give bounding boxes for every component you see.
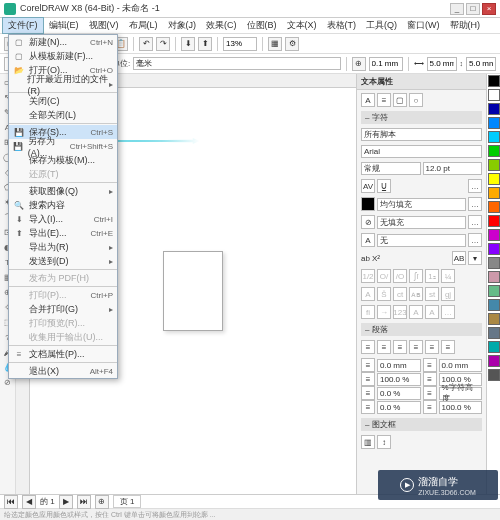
font-select[interactable]: Arial (361, 145, 482, 158)
para-metric-input[interactable]: %字符高度 (439, 387, 483, 400)
opentype-feature[interactable]: 1₂ (425, 269, 439, 283)
color-swatch[interactable] (488, 285, 500, 297)
opentype-feature[interactable]: ct (393, 287, 407, 301)
outline-swatch[interactable]: ⊘ (361, 215, 375, 229)
menu-entry[interactable]: 关闭(C) (9, 94, 117, 108)
fill-type-select[interactable]: 均匀填充 (377, 198, 466, 211)
menu-entry[interactable]: 获取图像(Q)▸ (9, 184, 117, 198)
color-swatch[interactable] (488, 117, 500, 129)
import-icon[interactable]: ⬇ (181, 37, 195, 51)
menu-entry[interactable]: 打开最近用过的文件(R)▸ (9, 77, 117, 91)
color-swatch[interactable] (488, 369, 500, 381)
menu-entry[interactable]: 全部关闭(L) (9, 108, 117, 122)
undo-icon[interactable]: ↶ (139, 37, 153, 51)
color-swatch[interactable] (488, 313, 500, 325)
minimize-button[interactable]: _ (450, 3, 464, 15)
menu-item[interactable]: 编辑(E) (44, 18, 84, 33)
align-full-icon[interactable]: ≡ (409, 340, 423, 354)
color-swatch[interactable] (488, 271, 500, 283)
color-swatch[interactable] (488, 355, 500, 367)
opentype-feature[interactable]: st (425, 287, 439, 301)
section-frame[interactable]: 图文框 (361, 418, 482, 431)
color-swatch[interactable] (488, 159, 500, 171)
export-icon[interactable]: ⬆ (198, 37, 212, 51)
menu-entry[interactable]: ▢从模板新建(F)... (9, 49, 117, 63)
opentype-feature[interactable]: A (425, 305, 439, 319)
opentype-feature[interactable]: A (361, 287, 375, 301)
more-icon[interactable]: … (468, 179, 482, 193)
color-swatch[interactable] (488, 327, 500, 339)
frame-dir-icon[interactable]: ↕ (377, 435, 391, 449)
caps-icon[interactable]: AB (452, 251, 466, 265)
menu-item[interactable]: 工具(Q) (361, 18, 402, 33)
color-swatch[interactable] (488, 229, 500, 241)
page-tab[interactable]: 页 1 (113, 495, 142, 508)
close-button[interactable]: × (482, 3, 496, 15)
opentype-feature[interactable]: A (409, 305, 423, 319)
menu-entry[interactable]: 发送到(D)▸ (9, 254, 117, 268)
outline-more-icon[interactable]: … (468, 215, 482, 229)
menu-entry[interactable]: 合并打印(G)▸ (9, 302, 117, 316)
options-icon[interactable]: ⚙ (285, 37, 299, 51)
align-force-icon[interactable]: ≡ (425, 340, 439, 354)
add-page-icon[interactable]: ⊕ (95, 495, 109, 509)
dup-y-input[interactable] (466, 57, 496, 71)
opentype-feature[interactable]: /O (393, 269, 407, 283)
color-swatch[interactable] (488, 187, 500, 199)
menu-item[interactable]: 位图(B) (242, 18, 282, 33)
menu-entry[interactable]: 退出(X)Alt+F4 (9, 364, 117, 378)
menu-item[interactable]: 效果(C) (201, 18, 242, 33)
outline-type-select[interactable]: 无填充 (377, 216, 466, 229)
script-select[interactable]: 所有脚本 (361, 128, 482, 141)
char-tab-icon[interactable]: A (361, 93, 375, 107)
color-swatch[interactable] (488, 201, 500, 213)
prev-page-icon[interactable]: ◀ (22, 495, 36, 509)
section-character[interactable]: 字符 (361, 111, 482, 124)
dup-x-input[interactable] (427, 57, 457, 71)
kerning-icon[interactable]: AV (361, 179, 375, 193)
opentype-feature[interactable]: ¼ (441, 269, 455, 283)
para-metric-input[interactable]: 100.0 % (377, 373, 421, 386)
opentype-feature[interactable]: ʃſ (409, 269, 423, 283)
menu-entry[interactable]: ⬆导出(E)...Ctrl+E (9, 226, 117, 240)
color-swatch[interactable] (488, 257, 500, 269)
menu-entry[interactable]: ▢新建(N)...Ctrl+N (9, 35, 117, 49)
color-swatch[interactable] (488, 243, 500, 255)
underline-icon[interactable]: U̲ (377, 179, 391, 193)
menu-entry[interactable]: 导出为(R)▸ (9, 240, 117, 254)
opentype-feature[interactable]: fi (361, 305, 375, 319)
unit-select[interactable]: 毫米 (133, 57, 340, 70)
color-swatch[interactable] (488, 75, 500, 87)
para-metric-input[interactable]: 100.0 % (439, 401, 483, 414)
fill-more-icon[interactable]: … (468, 197, 482, 211)
maximize-button[interactable]: □ (466, 3, 480, 15)
menu-item[interactable]: 对象(J) (163, 18, 202, 33)
align-left-icon[interactable]: ≡ (361, 340, 375, 354)
opentype-feature[interactable]: O/ (377, 269, 391, 283)
size-select[interactable]: 12.0 pt (423, 162, 483, 175)
menu-entry[interactable]: 保存为模板(M)... (9, 153, 117, 167)
section-paragraph[interactable]: 段落 (361, 323, 482, 336)
color-swatch[interactable] (488, 89, 500, 101)
bg-type-select[interactable]: 无 (377, 234, 466, 247)
menu-item[interactable]: 文本(X) (282, 18, 322, 33)
opentype-feature[interactable]: … (441, 305, 455, 319)
color-swatch[interactable] (488, 131, 500, 143)
menu-item[interactable]: 表格(T) (322, 18, 362, 33)
menu-item[interactable]: 窗口(W) (402, 18, 445, 33)
columns-icon[interactable]: ▥ (361, 435, 375, 449)
para-tab-icon[interactable]: ≡ (377, 93, 391, 107)
last-page-icon[interactable]: ⏭ (77, 495, 91, 509)
color-swatch[interactable] (488, 299, 500, 311)
menu-item[interactable]: 帮助(H) (445, 18, 486, 33)
para-metric-input[interactable]: 0.0 mm (377, 359, 421, 372)
opentype-feature[interactable]: Š (377, 287, 391, 301)
opentype-feature[interactable]: gj (441, 287, 455, 301)
panel-options-icon[interactable]: ○ (409, 93, 423, 107)
menu-entry[interactable]: ⬇导入(I)...Ctrl+I (9, 212, 117, 226)
opentype-feature[interactable]: ᴀʙ (409, 287, 423, 301)
menu-entry[interactable]: 🔍搜索内容 (9, 198, 117, 212)
color-swatch[interactable] (488, 341, 500, 353)
snap-icon[interactable]: ▦ (268, 37, 282, 51)
super-icon[interactable]: X² (372, 254, 380, 263)
